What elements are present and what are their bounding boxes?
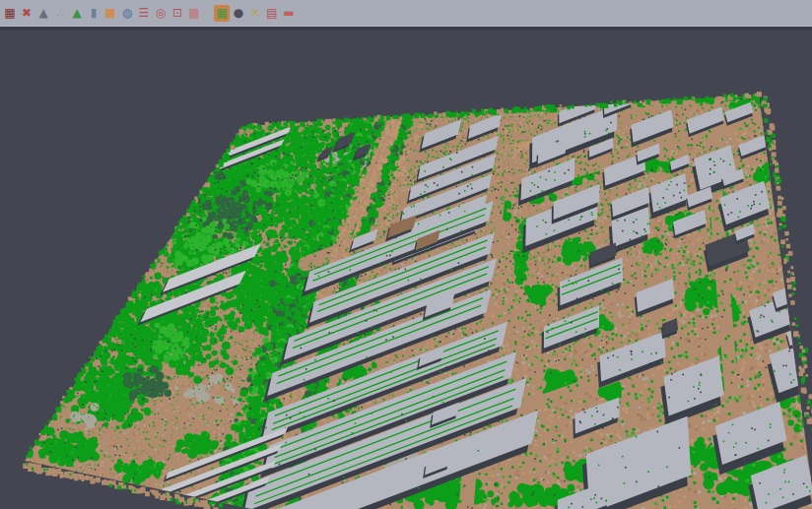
- mountain-icon[interactable]: ▲: [35, 5, 51, 22]
- red-layers-icon[interactable]: ▤: [264, 5, 280, 22]
- pink-checker-icon[interactable]: ▩: [186, 5, 202, 22]
- red-tag-icon[interactable]: ▬: [281, 5, 297, 22]
- red-star-icon[interactable]: ✖: [19, 5, 34, 22]
- globe-icon[interactable]: ◍: [119, 5, 135, 22]
- toolbar: ▦ ✖ ▲ ∴ ▲ ▮ ■ ◍ ☰ ◎ ⊡ ▩ ▦ ● ✕ ▤ ▬: [0, 0, 812, 27]
- green-hill-icon[interactable]: ▲: [69, 5, 85, 22]
- column-icon[interactable]: ▮: [86, 5, 102, 22]
- viewport-3d[interactable]: [0, 0, 812, 509]
- red-target-icon[interactable]: ◎: [153, 5, 169, 22]
- red-crop-icon[interactable]: ⊡: [169, 5, 185, 22]
- maroon-grid-icon[interactable]: ▦: [2, 5, 18, 22]
- points-icon[interactable]: ∴: [52, 5, 68, 22]
- red-list-icon[interactable]: ☰: [136, 5, 152, 22]
- sphere-icon[interactable]: ●: [231, 5, 246, 22]
- orange-square-icon[interactable]: ■: [102, 5, 118, 22]
- classification-map-icon[interactable]: ▦: [214, 5, 230, 22]
- yellow-x-icon[interactable]: ✕: [247, 5, 263, 22]
